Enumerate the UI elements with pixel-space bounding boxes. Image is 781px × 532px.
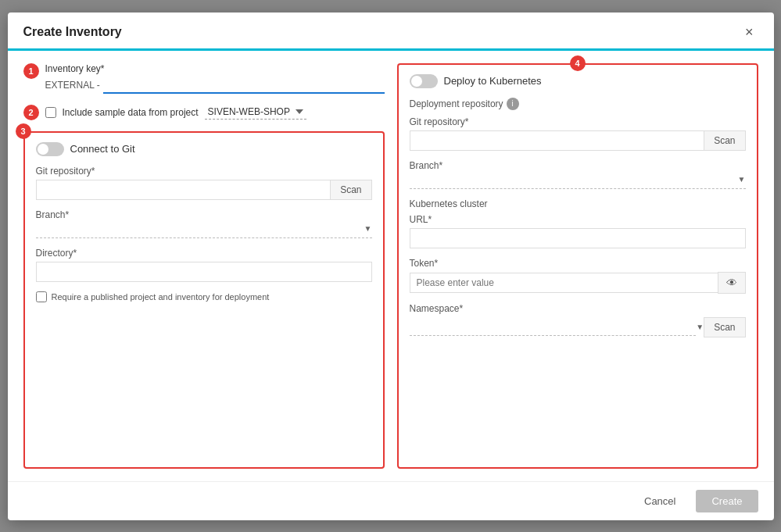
deploy-k8s-box: Deploy to Kubernetes Deployment reposito… <box>397 63 758 469</box>
modal-title: Create Inventory <box>23 25 122 39</box>
branch-label: Branch* <box>36 209 372 220</box>
namespace-chevron-icon[interactable]: ▼ <box>696 323 704 331</box>
require-label: Require a published project and inventor… <box>52 292 270 302</box>
git-scan-button[interactable]: Scan <box>330 180 371 200</box>
namespace-group: Namespace* ▼ Scan <box>410 303 746 337</box>
git-repo-label: Git repository* <box>36 166 372 177</box>
directory-label: Directory* <box>36 248 372 259</box>
git-repo-input[interactable] <box>36 180 331 200</box>
git-repo-input-row: Scan <box>36 180 372 200</box>
deploy-k8s-toggle[interactable] <box>410 74 438 88</box>
require-checkbox[interactable] <box>36 291 47 302</box>
namespace-scan-button[interactable]: Scan <box>704 317 745 337</box>
inventory-key-content: Inventory key* EXTERNAL - <box>45 63 385 94</box>
inventory-key-label: Inventory key* <box>45 63 385 74</box>
deploy-git-repo-input[interactable] <box>410 130 704 151</box>
url-input[interactable] <box>410 228 746 248</box>
deploy-k8s-label: Deploy to Kubernetes <box>444 75 542 87</box>
token-group: Token* 👁 <box>410 258 746 294</box>
step-badge-4: 4 <box>570 55 586 71</box>
modal-header: Create Inventory × <box>8 12 774 51</box>
deployment-repo-label: Deployment repository <box>410 98 503 109</box>
project-select[interactable]: SIVEN-WEB-SHOP OTHER-PROJECT <box>205 105 306 120</box>
external-prefix: EXTERNAL - <box>45 80 100 91</box>
branch-chevron-icon: ▼ <box>364 224 372 233</box>
connect-git-box: Connect to Git Git repository* Scan Bran… <box>23 131 385 469</box>
connect-git-toggle[interactable] <box>36 142 64 156</box>
directory-input[interactable] <box>36 262 372 282</box>
external-input-row: EXTERNAL - <box>45 77 385 94</box>
deploy-k8s-toggle-row: Deploy to Kubernetes <box>410 74 746 88</box>
deployment-repo-subtitle: Deployment repository i <box>410 98 746 110</box>
step-badge-2: 2 <box>23 105 39 120</box>
token-eye-button[interactable]: 👁 <box>718 272 746 294</box>
deploy-git-scan-button[interactable]: Scan <box>704 130 745 151</box>
deploy-branch-label: Branch* <box>410 160 746 171</box>
inventory-key-input[interactable] <box>103 77 385 94</box>
namespace-input[interactable] <box>410 318 697 336</box>
right-panel: 4 Deploy to Kubernetes <box>397 63 758 469</box>
modal-footer: Cancel Create <box>8 481 774 520</box>
sample-data-content: Include sample data from project SIVEN-W… <box>45 105 306 120</box>
deploy-k8s-wrapper: 4 Deploy to Kubernetes <box>397 63 758 469</box>
step-badge-3-wrapper: 3 <box>16 123 31 139</box>
deploy-git-repo-input-row: Scan <box>410 130 746 151</box>
connect-git-slider <box>36 142 64 156</box>
deploy-git-repo-label: Git repository* <box>410 116 746 127</box>
token-input-row: 👁 <box>410 272 746 294</box>
deploy-branch-group: Branch* ▼ <box>410 160 746 189</box>
connect-git-wrapper: 3 Connect to Git Git repository* <box>23 131 385 469</box>
step-badge-4-wrapper: 4 <box>570 55 586 71</box>
git-repo-group: Git repository* Scan <box>36 166 372 200</box>
branch-select-row: ▼ <box>36 223 372 238</box>
deploy-git-repo-group: Git repository* Scan <box>410 116 746 151</box>
left-panel: 1 Inventory key* EXTERNAL - 2 Include <box>23 63 385 469</box>
deploy-k8s-slider <box>410 74 438 88</box>
step-badge-3: 3 <box>16 123 31 139</box>
directory-group: Directory* <box>36 248 372 282</box>
url-label: URL* <box>410 214 746 225</box>
create-inventory-modal: Create Inventory × 1 Inventory key* EXTE… <box>8 12 774 520</box>
connect-git-label: Connect to Git <box>70 143 135 155</box>
namespace-row: ▼ Scan <box>410 317 746 337</box>
inventory-key-row: 1 Inventory key* EXTERNAL - <box>23 63 385 94</box>
cancel-button[interactable]: Cancel <box>633 491 686 512</box>
token-input[interactable] <box>410 273 718 293</box>
deploy-branch-chevron-icon: ▼ <box>738 175 746 184</box>
require-checkbox-row: Require a published project and inventor… <box>36 291 372 302</box>
sample-data-label: Include sample data from project <box>63 107 199 118</box>
kubernetes-section-label: Kubernetes cluster <box>410 198 746 209</box>
deploy-branch-select-row: ▼ <box>410 174 746 189</box>
sample-data-row: 2 Include sample data from project SIVEN… <box>23 105 385 120</box>
create-button[interactable]: Create <box>696 490 758 512</box>
token-label: Token* <box>410 258 746 269</box>
branch-input[interactable] <box>36 223 364 234</box>
connect-git-toggle-row: Connect to Git <box>36 142 372 156</box>
deploy-branch-input[interactable] <box>410 174 738 185</box>
url-group: URL* <box>410 214 746 248</box>
modal-body: 1 Inventory key* EXTERNAL - 2 Include <box>8 51 774 481</box>
info-icon[interactable]: i <box>507 98 519 110</box>
modal-overlay: Create Inventory × 1 Inventory key* EXTE… <box>0 0 781 532</box>
sample-data-checkbox[interactable] <box>45 107 56 118</box>
step-badge-1: 1 <box>23 63 39 79</box>
namespace-label: Namespace* <box>410 303 746 314</box>
branch-group: Branch* ▼ <box>36 209 372 238</box>
close-button[interactable]: × <box>740 23 758 41</box>
